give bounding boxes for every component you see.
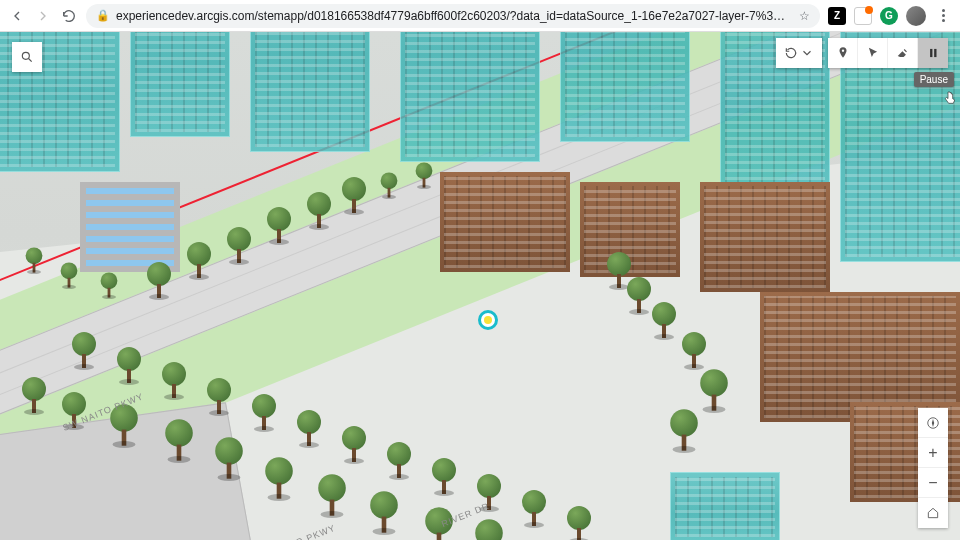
pause-icon (926, 46, 940, 60)
navigation-stack: + − (918, 408, 948, 528)
building-grey (80, 182, 180, 272)
search-icon (20, 50, 34, 64)
tree (473, 519, 505, 540)
minus-icon: − (928, 474, 937, 492)
tree (698, 369, 730, 410)
building-glass (250, 32, 370, 152)
tree (70, 332, 98, 368)
home-icon (926, 506, 940, 520)
tree (250, 394, 278, 430)
zoom-in-button[interactable]: + (918, 438, 948, 468)
tree (160, 362, 188, 398)
star-icon[interactable]: ☆ (799, 9, 810, 23)
rotate-tool-button[interactable] (776, 38, 822, 68)
tree (565, 506, 593, 540)
pause-tool-button[interactable] (918, 38, 948, 68)
search-button[interactable] (12, 42, 42, 72)
tree (316, 474, 348, 515)
tree (24, 247, 44, 272)
extension-z-icon[interactable]: Z (828, 7, 846, 25)
tree (225, 227, 253, 263)
tree (99, 272, 119, 297)
tree (185, 242, 213, 278)
building-glass (670, 472, 780, 540)
tree (385, 442, 413, 478)
extension-badge-icon[interactable] (854, 7, 872, 25)
url-bar[interactable]: 🔒 experiencedev.arcgis.com/stemapp/d0181… (86, 4, 820, 28)
tree (265, 207, 293, 243)
svg-point-0 (22, 52, 29, 59)
forward-button[interactable] (34, 7, 52, 25)
zoom-out-button[interactable]: − (918, 468, 948, 498)
tree (430, 458, 458, 494)
svg-point-2 (841, 50, 843, 52)
tree (680, 332, 708, 368)
tree (625, 277, 653, 313)
lock-icon: 🔒 (96, 9, 110, 22)
rotate-icon (784, 46, 798, 60)
tree (368, 491, 400, 532)
tree (340, 426, 368, 462)
tree (295, 410, 323, 446)
home-button[interactable] (918, 498, 948, 528)
back-button[interactable] (8, 7, 26, 25)
tree (305, 192, 333, 228)
scene-viewport[interactable]: SW NAITO PKWY …O PKWY RIVER DR (0, 32, 960, 540)
pause-tooltip: Pause (914, 72, 954, 87)
tree (59, 262, 79, 287)
svg-rect-3 (930, 49, 932, 57)
svg-rect-4 (934, 49, 936, 57)
building-brick (440, 172, 570, 272)
compass-icon (926, 416, 940, 430)
cursor-icon (866, 46, 880, 60)
tree (414, 162, 434, 187)
tree (163, 419, 195, 460)
tree (668, 409, 700, 450)
building-glass (400, 32, 540, 162)
tree (263, 457, 295, 498)
tree (145, 262, 173, 298)
chevron-down-icon (800, 46, 814, 60)
pin-icon (836, 46, 850, 60)
tree (379, 172, 399, 197)
tree (650, 302, 678, 338)
reload-button[interactable] (60, 7, 78, 25)
compass-button[interactable] (918, 408, 948, 438)
fly-target-marker (478, 310, 498, 330)
erase-icon (896, 46, 910, 60)
profile-avatar[interactable] (906, 6, 926, 26)
clear-tool-button[interactable] (888, 38, 918, 68)
tree (340, 177, 368, 213)
tree (213, 437, 245, 478)
select-tool-button[interactable] (858, 38, 888, 68)
tree (205, 378, 233, 414)
fly-toolbar (770, 38, 948, 68)
building-glass (560, 32, 690, 142)
tree (520, 490, 548, 526)
plus-icon: + (928, 444, 937, 462)
building-glass (130, 32, 230, 137)
extension-g-icon[interactable]: G (880, 7, 898, 25)
tree (20, 377, 48, 413)
url-text: experiencedev.arcgis.com/stemapp/d018166… (116, 9, 793, 23)
tree (115, 347, 143, 383)
building-brick (700, 182, 830, 292)
point-tool-button[interactable] (828, 38, 858, 68)
kebab-menu-icon[interactable] (934, 9, 952, 22)
svg-line-1 (29, 59, 32, 62)
browser-chrome: 🔒 experiencedev.arcgis.com/stemapp/d0181… (0, 0, 960, 32)
